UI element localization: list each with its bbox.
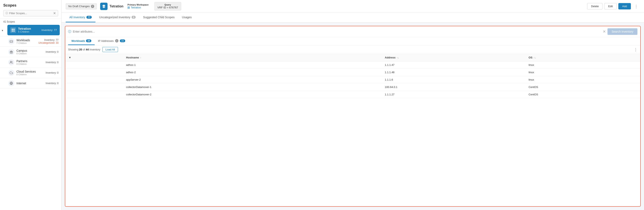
- tab-all-inventory[interactable]: All Inventory 77: [66, 13, 96, 22]
- sub-tab-workloads-label: Workloads: [72, 39, 85, 42]
- filter-funnel-icon[interactable]: ▼: [68, 56, 71, 59]
- scope-item-internet-info: Internet: [16, 82, 46, 85]
- row-address[interactable]: 1.1.1.6: [382, 76, 526, 83]
- svg-rect-3: [14, 30, 14, 31]
- workloads-icon: [8, 38, 14, 44]
- row-address[interactable]: 1.1.1.48: [382, 69, 526, 76]
- workspace-badge: Primary Workspace Tetration: [128, 3, 148, 9]
- scope-item-partners-counts: Inventory: 0: [46, 61, 58, 64]
- table-row[interactable]: collectorDatamover-1 100.64.0.1 CentOS: [65, 83, 640, 91]
- selected-scope-inventory: Inventory: 77: [42, 28, 57, 31]
- partners-icon: [8, 59, 14, 65]
- selected-scope-name: Tetration: [18, 27, 40, 30]
- table-more-options-button[interactable]: ⋮: [634, 47, 638, 52]
- main-content: No Draft Changes i Tetration Primary Wor…: [62, 0, 644, 210]
- delete-button[interactable]: Delete: [587, 3, 603, 9]
- scope-item-cloud-services[interactable]: Cloud Services 0 Children Inventory: 0: [0, 68, 61, 78]
- selected-scope-sub: 5 Children: [18, 30, 40, 33]
- scope-item-internet[interactable]: Internet Inventory: 0: [0, 78, 61, 89]
- svg-point-7: [10, 61, 11, 62]
- scope-item-partners[interactable]: Partners 0 Children Inventory: 0: [0, 57, 61, 68]
- os-sort-icon[interactable]: ↑↓: [534, 56, 536, 59]
- edit-button[interactable]: Edit: [604, 3, 616, 9]
- svg-rect-0: [12, 29, 13, 30]
- tab-all-inventory-badge: 77: [86, 16, 92, 19]
- ip-addresses-info-icon: i: [115, 39, 118, 42]
- row-hostname: adhoc-2: [123, 69, 382, 76]
- tab-suggested-child-scopes[interactable]: Suggested Child Scopes: [139, 13, 178, 22]
- workspace-link[interactable]: Tetration: [128, 6, 141, 9]
- scope-item-campus-sub: 0 Children: [16, 52, 46, 55]
- selected-scope-info: Tetration 5 Children: [18, 27, 40, 33]
- table-row[interactable]: collectorDatamover-2 1.1.1.27 CentOS: [65, 91, 640, 98]
- add-button[interactable]: Add: [618, 3, 631, 9]
- topbar-actions: Delete Edit Add ⋮: [587, 3, 640, 10]
- scope-item-cloud-name: Cloud Services: [16, 70, 46, 73]
- scope-item-cloud-sub: 0 Children: [16, 73, 46, 76]
- selected-scope[interactable]: Tetration 5 Children Inventory: 77: [8, 25, 60, 35]
- scope-item-cloud-info: Cloud Services 0 Children: [16, 70, 46, 76]
- scope-item-partners-name: Partners: [16, 59, 46, 63]
- sub-tab-ip-addresses[interactable]: IP Addresses i 33: [94, 37, 128, 45]
- scope-item-campus[interactable]: Campus 0 Children Inventory: 0: [0, 47, 61, 57]
- tab-suggested-label: Suggested Child Scopes: [143, 15, 174, 19]
- sub-tab-ip-label: IP Addresses: [98, 39, 114, 42]
- scope-item-workloads-info: Workloads 7 Children: [16, 38, 38, 44]
- col-header-address[interactable]: Address ↑↓: [382, 54, 526, 61]
- svg-rect-13: [129, 8, 130, 8]
- scope-item-workloads-counts: Inventory: 77 Uncategorized: 33: [38, 38, 58, 44]
- scope-item-workloads[interactable]: Workloads 7 Children Inventory: 77 Uncat…: [0, 36, 61, 47]
- row-filter-cell: [65, 91, 123, 98]
- workspace-link-text: Tetration: [131, 6, 141, 9]
- tab-usages[interactable]: Usages: [178, 13, 196, 22]
- no-draft-badge: No Draft Changes i: [66, 3, 97, 9]
- load-all-button[interactable]: Load All: [102, 47, 118, 52]
- sidebar-scopes: ▼ Tetration 5 Children Inventory: 77: [0, 24, 61, 210]
- row-os: CentOS: [526, 83, 640, 91]
- campus-icon: [8, 49, 14, 55]
- table-row[interactable]: appServer-2 1.1.1.6 linux: [65, 76, 640, 83]
- sidebar-title: Scopes: [3, 3, 58, 7]
- sub-tabs: Workloads 44 IP Addresses i 33: [65, 37, 640, 45]
- no-draft-text: No Draft Changes: [68, 5, 90, 8]
- showing-count: 20: [79, 48, 82, 51]
- table-row[interactable]: adhoc-2 1.1.1.48 linux: [65, 69, 640, 76]
- scope-item-partners-sub: 0 Children: [16, 63, 46, 65]
- showing-text: Showing 20 of 44 inventory: [68, 48, 100, 51]
- inventory-table-scroll[interactable]: ▼ Hostname ↑ Address ↑↓ OS ↑↓: [65, 54, 640, 206]
- row-os: linux: [526, 69, 640, 76]
- topbar: No Draft Changes i Tetration Primary Wor…: [62, 0, 644, 13]
- search-inventory-input[interactable]: [73, 30, 601, 33]
- more-options-button[interactable]: ⋮: [632, 3, 640, 10]
- col-header-hostname[interactable]: Hostname ↑: [123, 54, 382, 61]
- col-header-os[interactable]: OS ↑↓: [526, 54, 640, 61]
- tab-uncategorized-inventory[interactable]: Uncategorized Inventory 0: [96, 13, 139, 22]
- no-draft-info-icon: i: [91, 5, 94, 8]
- filter-clear-icon[interactable]: ✕: [53, 12, 56, 15]
- filter-input-wrap[interactable]: ⓘ ✕: [3, 10, 58, 16]
- sidebar-header: Scopes ⓘ ✕: [0, 0, 61, 19]
- scope-item-internet-counts: Inventory: 0: [46, 82, 58, 85]
- hostname-sort-icon[interactable]: ↑: [140, 56, 142, 59]
- svg-rect-12: [128, 8, 129, 8]
- sub-tab-workloads[interactable]: Workloads 44: [68, 37, 94, 45]
- scope-item-internet-name: Internet: [16, 82, 46, 85]
- address-sort-icon[interactable]: ↑↓: [397, 56, 399, 59]
- search-inventory-button[interactable]: Search Inventory: [608, 28, 638, 35]
- query-badge: Query VRF ID = 676767: [154, 2, 181, 10]
- scope-item-partners-info: Partners 0 Children: [16, 59, 46, 65]
- filter-scopes-input[interactable]: [9, 12, 53, 15]
- search-clear-icon[interactable]: ✕: [603, 29, 606, 34]
- row-hostname: collectorDatamover-1: [123, 83, 382, 91]
- table-row[interactable]: adhoc-1 1.1.1.47 linux: [65, 61, 640, 69]
- expand-collapse-icon[interactable]: ▼: [1, 29, 4, 32]
- row-address[interactable]: 1.1.1.27: [382, 91, 526, 98]
- row-hostname: appServer-2: [123, 76, 382, 83]
- showing-total: 44: [86, 48, 89, 51]
- scope-brand: Tetration: [100, 3, 123, 10]
- search-info-icon: ⓘ: [68, 30, 71, 34]
- col-header-filter[interactable]: ▼: [65, 54, 123, 61]
- row-address[interactable]: 100.64.0.1: [382, 83, 526, 91]
- row-address[interactable]: 1.1.1.47: [382, 61, 526, 69]
- tab-usages-label: Usages: [182, 15, 192, 19]
